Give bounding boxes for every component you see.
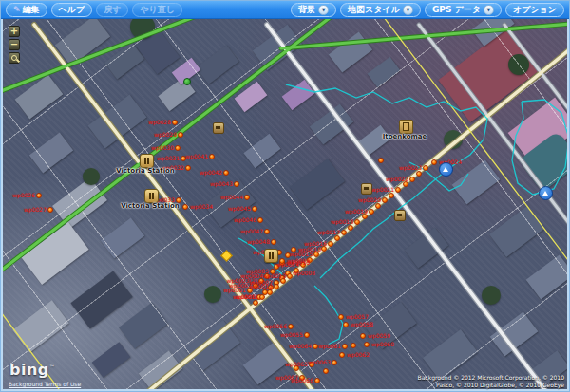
waypoint-dot[interactable]: [48, 207, 53, 213]
waypoint-label: wp0057: [346, 313, 369, 320]
waypoint-dot[interactable]: [360, 333, 366, 339]
waypoint-label: wp0008: [293, 270, 315, 276]
waypoint-dot[interactable]: [185, 165, 191, 171]
person-marker-icon[interactable]: [539, 186, 553, 200]
redo-button[interactable]: やり直し: [132, 3, 182, 17]
waypoint-label: wp0029: [154, 131, 177, 138]
map-viewport[interactable]: wp0028wp0029wp0030wp0031wp0032wp0033wp00…: [3, 19, 567, 389]
waypoint-dot[interactable]: [341, 230, 347, 235]
waypoint-dot[interactable]: [323, 368, 329, 374]
waypoint-dot[interactable]: [351, 343, 356, 348]
waypoint-dot[interactable]: [343, 322, 349, 327]
copyright-line-2: Pasco, © 2010 DigitalGlobe, © 2010 GeoEy…: [418, 382, 564, 389]
zoom-in-button[interactable]: +: [9, 26, 20, 37]
waypoint-dot[interactable]: [264, 229, 270, 234]
waypoint-dot[interactable]: [409, 177, 415, 182]
waypoint-dot[interactable]: [378, 158, 384, 163]
restaurant-icon[interactable]: [144, 189, 159, 203]
waypoint-dot[interactable]: [253, 300, 258, 306]
trademark-symbol: ™: [49, 364, 56, 370]
waypoint-label: wp0013: [263, 272, 286, 279]
chevron-down-icon[interactable]: ▼: [403, 5, 413, 15]
waypoint-label: wp0062: [347, 351, 370, 358]
toolbar-button-label: ヘルプ: [59, 4, 86, 15]
waypoint-dot[interactable]: [223, 170, 229, 176]
waypoint-dot[interactable]: [244, 195, 250, 200]
undo-button[interactable]: 戻す: [96, 3, 128, 17]
terms-of-use-link[interactable]: Background Terms of Use: [9, 381, 81, 387]
waypoint-label: wp0022: [386, 176, 408, 182]
gps-data-button[interactable]: GPS データ▼: [425, 3, 502, 17]
waypoint-dot[interactable]: [257, 217, 263, 223]
zoom-magnifier-button[interactable]: [9, 52, 20, 64]
waypoint-dot[interactable]: [364, 342, 370, 347]
waypoint-dot[interactable]: [209, 154, 215, 159]
waypoint-dot[interactable]: [252, 206, 257, 212]
toolbar-button-label: やり直し: [140, 4, 175, 15]
person-marker-icon[interactable]: [439, 162, 453, 177]
restaurant-icon[interactable]: [264, 249, 278, 263]
waypoint-dot[interactable]: [342, 344, 348, 349]
waypoint-dot[interactable]: [338, 314, 344, 320]
edit-button[interactable]: ✎編集: [6, 3, 48, 17]
waypoint-dot[interactable]: [375, 203, 381, 209]
help-button[interactable]: ヘルプ: [51, 3, 93, 17]
waypoint-label: wp0014: [276, 261, 299, 268]
waypoint-label: wp0041: [185, 153, 208, 159]
restaurant-icon[interactable]: [140, 154, 154, 168]
waypoint-dot[interactable]: [288, 324, 294, 329]
shop-icon[interactable]: [213, 122, 224, 134]
chevron-down-icon[interactable]: ▼: [318, 5, 329, 15]
map-style-button[interactable]: 地図スタイル▼: [340, 3, 421, 17]
waypoint-label: wp0028: [148, 119, 171, 125]
waypoint-label: wp0056: [264, 323, 287, 329]
waypoint-dot[interactable]: [36, 193, 42, 198]
waypoint-dot[interactable]: [259, 294, 265, 300]
waypoint-label: wp0045: [228, 205, 251, 212]
waypoint-label: wp0018: [331, 218, 353, 225]
waypoint-dot[interactable]: [354, 219, 360, 225]
waypoint-dot[interactable]: [431, 159, 437, 165]
waypoint-dot[interactable]: [172, 120, 178, 125]
waypoint-label: wp0020: [358, 196, 381, 203]
waypoint-dot[interactable]: [314, 378, 320, 383]
chevron-down-icon[interactable]: ▼: [484, 5, 494, 15]
waypoint-dot[interactable]: [389, 193, 394, 198]
waypoint-label: wp0012: [250, 283, 273, 289]
green-node-icon[interactable]: [183, 78, 191, 85]
waypoint-label: wp0044: [220, 194, 243, 200]
waypoint-dot[interactable]: [267, 289, 273, 295]
background-button[interactable]: 背景▼: [291, 3, 336, 17]
shop-icon[interactable]: [361, 183, 372, 195]
vending-machine-icon[interactable]: [399, 120, 413, 134]
waypoint-label: wp0055: [280, 331, 303, 338]
waypoint-dot[interactable]: [304, 332, 310, 338]
waypoint-label: wp0063: [308, 359, 331, 365]
waypoint-dot[interactable]: [328, 241, 333, 247]
waypoint-dot[interactable]: [175, 145, 180, 151]
waypoint-dot[interactable]: [416, 171, 422, 177]
road-green: [281, 24, 567, 48]
copyright-line-1: Background © 2012 Microsoft Corporation,…: [418, 374, 564, 382]
waypoint-dot[interactable]: [348, 225, 353, 231]
waypoint-label: wp0031: [157, 155, 180, 161]
waypoint-dot[interactable]: [234, 181, 239, 187]
waypoint-dot[interactable]: [395, 187, 401, 193]
waypoint-dot[interactable]: [182, 204, 188, 210]
waypoint-label: wp0011: [236, 293, 258, 300]
waypoint-dot[interactable]: [332, 360, 337, 365]
toolbar-button-label: 地図スタイル: [348, 4, 400, 15]
waypoint-dot[interactable]: [178, 132, 183, 138]
map-world: wp0028wp0029wp0030wp0031wp0032wp0033wp00…: [3, 19, 567, 389]
options-button[interactable]: オプション: [505, 3, 564, 17]
waypoint-dot[interactable]: [274, 284, 279, 289]
waypoint-label: wp0048: [247, 238, 270, 245]
waypoint-dot[interactable]: [369, 209, 374, 215]
waypoint-dot[interactable]: [271, 239, 276, 245]
waypoint-dot[interactable]: [382, 197, 388, 203]
waypoint-dot[interactable]: [334, 235, 340, 241]
shop-icon[interactable]: [394, 210, 406, 221]
waypoint-dot[interactable]: [423, 165, 428, 171]
waypoint-dot[interactable]: [339, 352, 345, 358]
zoom-out-button[interactable]: −: [9, 39, 20, 50]
